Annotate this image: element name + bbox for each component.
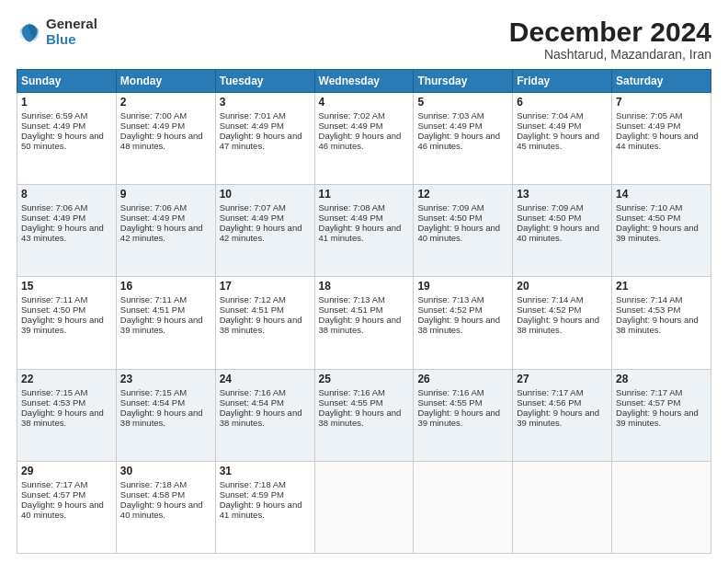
daylight-label: Daylight: 9 hours and 47 minutes.	[220, 131, 302, 151]
daylight-label: Daylight: 9 hours and 42 minutes.	[120, 223, 203, 243]
logo-text: General Blue	[46, 17, 97, 47]
table-cell: 28 Sunrise: 7:17 AM Sunset: 4:57 PM Dayl…	[612, 369, 711, 461]
day-number: 3	[220, 96, 311, 109]
table-cell: 14 Sunrise: 7:10 AM Sunset: 4:50 PM Dayl…	[612, 185, 711, 277]
sunset-label: Sunset: 4:55 PM	[319, 397, 383, 408]
day-number: 15	[21, 280, 112, 293]
table-cell: 4 Sunrise: 7:02 AM Sunset: 4:49 PM Dayli…	[314, 93, 414, 185]
sunset-label: Sunset: 4:52 PM	[417, 304, 482, 315]
sunrise-label: Sunrise: 7:17 AM	[21, 479, 87, 489]
sunrise-label: Sunrise: 7:09 AM	[517, 202, 583, 213]
table-cell: 9 Sunrise: 7:06 AM Sunset: 4:49 PM Dayli…	[116, 185, 215, 277]
day-number: 17	[220, 280, 311, 293]
sunrise-label: Sunrise: 7:01 AM	[220, 110, 286, 121]
table-cell: 19 Sunrise: 7:13 AM Sunset: 4:52 PM Dayl…	[414, 277, 513, 369]
sunset-label: Sunset: 4:51 PM	[220, 304, 284, 315]
col-wednesday: Wednesday	[314, 70, 414, 93]
daylight-label: Daylight: 9 hours and 38 minutes.	[517, 315, 599, 335]
day-number: 24	[220, 373, 311, 385]
sunrise-label: Sunrise: 7:17 AM	[517, 387, 583, 397]
col-sunday: Sunday	[17, 70, 117, 93]
sunrise-label: Sunrise: 7:16 AM	[417, 387, 483, 397]
daylight-label: Daylight: 9 hours and 42 minutes.	[220, 223, 302, 243]
table-cell: 18 Sunrise: 7:13 AM Sunset: 4:51 PM Dayl…	[314, 277, 414, 369]
main-title: December 2024	[509, 17, 711, 47]
subtitle: Nashtarud, Mazandaran, Iran	[509, 47, 711, 62]
daylight-label: Daylight: 9 hours and 38 minutes.	[616, 315, 699, 335]
daylight-label: Daylight: 9 hours and 38 minutes.	[120, 408, 203, 428]
daylight-label: Daylight: 9 hours and 38 minutes.	[220, 315, 302, 335]
day-number: 14	[616, 188, 707, 201]
sunset-label: Sunset: 4:56 PM	[517, 397, 581, 408]
daylight-label: Daylight: 9 hours and 39 minutes.	[417, 408, 500, 428]
sunrise-label: Sunrise: 7:16 AM	[220, 387, 286, 397]
sunrise-label: Sunrise: 7:16 AM	[319, 387, 385, 397]
table-cell: 24 Sunrise: 7:16 AM Sunset: 4:54 PM Dayl…	[215, 369, 314, 461]
header: General Blue December 2024 Nashtarud, Ma…	[17, 17, 711, 62]
sunrise-label: Sunrise: 7:18 AM	[120, 479, 187, 489]
day-number: 23	[120, 373, 211, 385]
logo-general: General	[46, 17, 97, 32]
calendar-row-5: 29 Sunrise: 7:17 AM Sunset: 4:57 PM Dayl…	[17, 461, 711, 553]
day-number: 18	[319, 280, 410, 293]
table-cell: 20 Sunrise: 7:14 AM Sunset: 4:52 PM Dayl…	[513, 277, 612, 369]
sunrise-label: Sunrise: 7:11 AM	[120, 294, 187, 304]
sunset-label: Sunset: 4:49 PM	[220, 121, 284, 131]
sunset-label: Sunset: 4:51 PM	[120, 304, 185, 315]
table-cell: 29 Sunrise: 7:17 AM Sunset: 4:57 PM Dayl…	[17, 461, 117, 553]
table-cell: 25 Sunrise: 7:16 AM Sunset: 4:55 PM Dayl…	[314, 369, 414, 461]
sunrise-label: Sunrise: 7:10 AM	[616, 202, 682, 213]
day-number: 11	[319, 188, 410, 201]
sunset-label: Sunset: 4:53 PM	[616, 304, 680, 315]
sunrise-label: Sunrise: 7:14 AM	[517, 294, 583, 304]
table-cell	[513, 461, 612, 553]
table-cell: 12 Sunrise: 7:09 AM Sunset: 4:50 PM Dayl…	[414, 185, 513, 277]
daylight-label: Daylight: 9 hours and 41 minutes.	[220, 500, 302, 520]
logo-icon	[17, 19, 42, 45]
table-cell: 22 Sunrise: 7:15 AM Sunset: 4:53 PM Dayl…	[17, 369, 117, 461]
calendar-row-3: 15 Sunrise: 7:11 AM Sunset: 4:50 PM Dayl…	[17, 277, 711, 369]
sunset-label: Sunset: 4:51 PM	[319, 304, 383, 315]
table-cell: 26 Sunrise: 7:16 AM Sunset: 4:55 PM Dayl…	[414, 369, 513, 461]
sunrise-label: Sunrise: 7:17 AM	[616, 387, 682, 397]
table-cell: 21 Sunrise: 7:14 AM Sunset: 4:53 PM Dayl…	[612, 277, 711, 369]
table-cell: 1 Sunrise: 6:59 AM Sunset: 4:49 PM Dayli…	[17, 93, 117, 185]
daylight-label: Daylight: 9 hours and 38 minutes.	[319, 408, 402, 428]
sunset-label: Sunset: 4:59 PM	[220, 489, 284, 500]
sunrise-label: Sunrise: 6:59 AM	[21, 110, 87, 121]
sunset-label: Sunset: 4:49 PM	[517, 121, 581, 131]
sunset-label: Sunset: 4:49 PM	[616, 121, 680, 131]
day-number: 7	[616, 96, 707, 109]
table-cell: 7 Sunrise: 7:05 AM Sunset: 4:49 PM Dayli…	[612, 93, 711, 185]
day-number: 20	[517, 280, 608, 293]
day-number: 8	[21, 188, 112, 201]
sunset-label: Sunset: 4:49 PM	[120, 121, 185, 131]
sunset-label: Sunset: 4:58 PM	[120, 489, 185, 500]
sunset-label: Sunset: 4:50 PM	[417, 213, 482, 223]
sunset-label: Sunset: 4:49 PM	[319, 121, 383, 131]
table-cell: 10 Sunrise: 7:07 AM Sunset: 4:49 PM Dayl…	[215, 185, 314, 277]
logo: General Blue	[17, 17, 97, 47]
daylight-label: Daylight: 9 hours and 38 minutes.	[220, 408, 302, 428]
day-number: 26	[417, 373, 508, 385]
daylight-label: Daylight: 9 hours and 46 minutes.	[319, 131, 402, 151]
sunrise-label: Sunrise: 7:12 AM	[220, 294, 286, 304]
table-cell: 31 Sunrise: 7:18 AM Sunset: 4:59 PM Dayl…	[215, 461, 314, 553]
day-number: 16	[120, 280, 211, 293]
sunset-label: Sunset: 4:57 PM	[21, 489, 85, 500]
table-cell: 15 Sunrise: 7:11 AM Sunset: 4:50 PM Dayl…	[17, 277, 117, 369]
sunrise-label: Sunrise: 7:04 AM	[517, 110, 583, 121]
table-cell: 30 Sunrise: 7:18 AM Sunset: 4:58 PM Dayl…	[116, 461, 215, 553]
sunset-label: Sunset: 4:52 PM	[517, 304, 581, 315]
daylight-label: Daylight: 9 hours and 40 minutes.	[517, 223, 599, 243]
sunrise-label: Sunrise: 7:02 AM	[319, 110, 385, 121]
sunrise-label: Sunrise: 7:05 AM	[616, 110, 682, 121]
sunset-label: Sunset: 4:50 PM	[616, 213, 680, 223]
day-number: 5	[417, 96, 508, 109]
sunset-label: Sunset: 4:49 PM	[417, 121, 482, 131]
sunrise-label: Sunrise: 7:08 AM	[319, 202, 385, 213]
day-number: 27	[517, 373, 608, 385]
daylight-label: Daylight: 9 hours and 40 minutes.	[417, 223, 500, 243]
title-block: December 2024 Nashtarud, Mazandaran, Ira…	[509, 17, 711, 62]
day-number: 13	[517, 188, 608, 201]
